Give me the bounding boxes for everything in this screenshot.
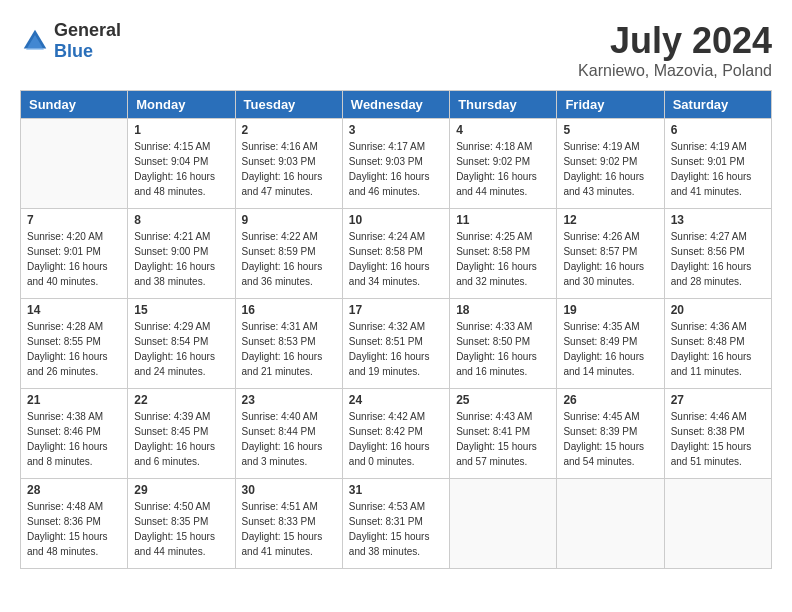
day-number: 24 <box>349 393 443 407</box>
day-info: Sunrise: 4:51 AM Sunset: 8:33 PM Dayligh… <box>242 499 336 559</box>
calendar-body: 1Sunrise: 4:15 AM Sunset: 9:04 PM Daylig… <box>21 119 772 569</box>
calendar-cell: 15Sunrise: 4:29 AM Sunset: 8:54 PM Dayli… <box>128 299 235 389</box>
calendar-cell: 11Sunrise: 4:25 AM Sunset: 8:58 PM Dayli… <box>450 209 557 299</box>
calendar-cell: 6Sunrise: 4:19 AM Sunset: 9:01 PM Daylig… <box>664 119 771 209</box>
calendar-cell <box>557 479 664 569</box>
calendar-cell: 14Sunrise: 4:28 AM Sunset: 8:55 PM Dayli… <box>21 299 128 389</box>
calendar-cell <box>664 479 771 569</box>
day-info: Sunrise: 4:36 AM Sunset: 8:48 PM Dayligh… <box>671 319 765 379</box>
day-info: Sunrise: 4:38 AM Sunset: 8:46 PM Dayligh… <box>27 409 121 469</box>
day-number: 9 <box>242 213 336 227</box>
calendar-cell: 13Sunrise: 4:27 AM Sunset: 8:56 PM Dayli… <box>664 209 771 299</box>
logo-general: General <box>54 20 121 40</box>
day-number: 10 <box>349 213 443 227</box>
day-number: 1 <box>134 123 228 137</box>
day-info: Sunrise: 4:21 AM Sunset: 9:00 PM Dayligh… <box>134 229 228 289</box>
calendar-cell: 26Sunrise: 4:45 AM Sunset: 8:39 PM Dayli… <box>557 389 664 479</box>
day-info: Sunrise: 4:42 AM Sunset: 8:42 PM Dayligh… <box>349 409 443 469</box>
day-info: Sunrise: 4:22 AM Sunset: 8:59 PM Dayligh… <box>242 229 336 289</box>
day-number: 7 <box>27 213 121 227</box>
day-info: Sunrise: 4:25 AM Sunset: 8:58 PM Dayligh… <box>456 229 550 289</box>
day-info: Sunrise: 4:27 AM Sunset: 8:56 PM Dayligh… <box>671 229 765 289</box>
calendar-cell: 7Sunrise: 4:20 AM Sunset: 9:01 PM Daylig… <box>21 209 128 299</box>
page-header: General Blue July 2024 Karniewo, Mazovia… <box>20 20 772 80</box>
location: Karniewo, Mazovia, Poland <box>578 62 772 80</box>
day-number: 8 <box>134 213 228 227</box>
day-number: 11 <box>456 213 550 227</box>
day-number: 21 <box>27 393 121 407</box>
month-year: July 2024 <box>578 20 772 62</box>
day-info: Sunrise: 4:48 AM Sunset: 8:36 PM Dayligh… <box>27 499 121 559</box>
calendar-cell: 9Sunrise: 4:22 AM Sunset: 8:59 PM Daylig… <box>235 209 342 299</box>
title-block: July 2024 Karniewo, Mazovia, Poland <box>578 20 772 80</box>
day-info: Sunrise: 4:29 AM Sunset: 8:54 PM Dayligh… <box>134 319 228 379</box>
calendar-cell: 21Sunrise: 4:38 AM Sunset: 8:46 PM Dayli… <box>21 389 128 479</box>
calendar-cell: 22Sunrise: 4:39 AM Sunset: 8:45 PM Dayli… <box>128 389 235 479</box>
day-number: 22 <box>134 393 228 407</box>
calendar-cell: 10Sunrise: 4:24 AM Sunset: 8:58 PM Dayli… <box>342 209 449 299</box>
day-number: 13 <box>671 213 765 227</box>
day-number: 17 <box>349 303 443 317</box>
day-number: 3 <box>349 123 443 137</box>
day-info: Sunrise: 4:16 AM Sunset: 9:03 PM Dayligh… <box>242 139 336 199</box>
day-number: 6 <box>671 123 765 137</box>
day-info: Sunrise: 4:17 AM Sunset: 9:03 PM Dayligh… <box>349 139 443 199</box>
calendar-cell: 17Sunrise: 4:32 AM Sunset: 8:51 PM Dayli… <box>342 299 449 389</box>
day-header-saturday: Saturday <box>664 91 771 119</box>
day-info: Sunrise: 4:31 AM Sunset: 8:53 PM Dayligh… <box>242 319 336 379</box>
day-number: 20 <box>671 303 765 317</box>
calendar-cell: 5Sunrise: 4:19 AM Sunset: 9:02 PM Daylig… <box>557 119 664 209</box>
day-info: Sunrise: 4:33 AM Sunset: 8:50 PM Dayligh… <box>456 319 550 379</box>
day-info: Sunrise: 4:50 AM Sunset: 8:35 PM Dayligh… <box>134 499 228 559</box>
day-number: 19 <box>563 303 657 317</box>
calendar-table: SundayMondayTuesdayWednesdayThursdayFrid… <box>20 90 772 569</box>
calendar-cell: 4Sunrise: 4:18 AM Sunset: 9:02 PM Daylig… <box>450 119 557 209</box>
week-row-4: 21Sunrise: 4:38 AM Sunset: 8:46 PM Dayli… <box>21 389 772 479</box>
day-number: 30 <box>242 483 336 497</box>
calendar-cell: 28Sunrise: 4:48 AM Sunset: 8:36 PM Dayli… <box>21 479 128 569</box>
calendar-cell: 12Sunrise: 4:26 AM Sunset: 8:57 PM Dayli… <box>557 209 664 299</box>
day-header-friday: Friday <box>557 91 664 119</box>
day-number: 5 <box>563 123 657 137</box>
logo-icon <box>20 26 50 56</box>
calendar-cell: 29Sunrise: 4:50 AM Sunset: 8:35 PM Dayli… <box>128 479 235 569</box>
day-header-tuesday: Tuesday <box>235 91 342 119</box>
day-number: 31 <box>349 483 443 497</box>
day-number: 14 <box>27 303 121 317</box>
calendar-cell: 2Sunrise: 4:16 AM Sunset: 9:03 PM Daylig… <box>235 119 342 209</box>
calendar-cell: 24Sunrise: 4:42 AM Sunset: 8:42 PM Dayli… <box>342 389 449 479</box>
week-row-2: 7Sunrise: 4:20 AM Sunset: 9:01 PM Daylig… <box>21 209 772 299</box>
day-info: Sunrise: 4:32 AM Sunset: 8:51 PM Dayligh… <box>349 319 443 379</box>
calendar-cell <box>21 119 128 209</box>
week-row-1: 1Sunrise: 4:15 AM Sunset: 9:04 PM Daylig… <box>21 119 772 209</box>
calendar-cell: 27Sunrise: 4:46 AM Sunset: 8:38 PM Dayli… <box>664 389 771 479</box>
logo: General Blue <box>20 20 121 62</box>
day-info: Sunrise: 4:53 AM Sunset: 8:31 PM Dayligh… <box>349 499 443 559</box>
day-number: 18 <box>456 303 550 317</box>
day-number: 23 <box>242 393 336 407</box>
day-header-wednesday: Wednesday <box>342 91 449 119</box>
week-row-3: 14Sunrise: 4:28 AM Sunset: 8:55 PM Dayli… <box>21 299 772 389</box>
day-number: 27 <box>671 393 765 407</box>
week-row-5: 28Sunrise: 4:48 AM Sunset: 8:36 PM Dayli… <box>21 479 772 569</box>
day-info: Sunrise: 4:19 AM Sunset: 9:01 PM Dayligh… <box>671 139 765 199</box>
day-number: 16 <box>242 303 336 317</box>
day-header-thursday: Thursday <box>450 91 557 119</box>
day-info: Sunrise: 4:40 AM Sunset: 8:44 PM Dayligh… <box>242 409 336 469</box>
day-info: Sunrise: 4:15 AM Sunset: 9:04 PM Dayligh… <box>134 139 228 199</box>
day-number: 29 <box>134 483 228 497</box>
day-number: 28 <box>27 483 121 497</box>
day-number: 26 <box>563 393 657 407</box>
day-number: 2 <box>242 123 336 137</box>
day-info: Sunrise: 4:28 AM Sunset: 8:55 PM Dayligh… <box>27 319 121 379</box>
day-info: Sunrise: 4:26 AM Sunset: 8:57 PM Dayligh… <box>563 229 657 289</box>
calendar-cell: 19Sunrise: 4:35 AM Sunset: 8:49 PM Dayli… <box>557 299 664 389</box>
day-info: Sunrise: 4:19 AM Sunset: 9:02 PM Dayligh… <box>563 139 657 199</box>
calendar-cell: 8Sunrise: 4:21 AM Sunset: 9:00 PM Daylig… <box>128 209 235 299</box>
day-header-monday: Monday <box>128 91 235 119</box>
day-number: 15 <box>134 303 228 317</box>
calendar-cell: 16Sunrise: 4:31 AM Sunset: 8:53 PM Dayli… <box>235 299 342 389</box>
logo-blue: Blue <box>54 41 93 61</box>
day-info: Sunrise: 4:18 AM Sunset: 9:02 PM Dayligh… <box>456 139 550 199</box>
day-info: Sunrise: 4:39 AM Sunset: 8:45 PM Dayligh… <box>134 409 228 469</box>
